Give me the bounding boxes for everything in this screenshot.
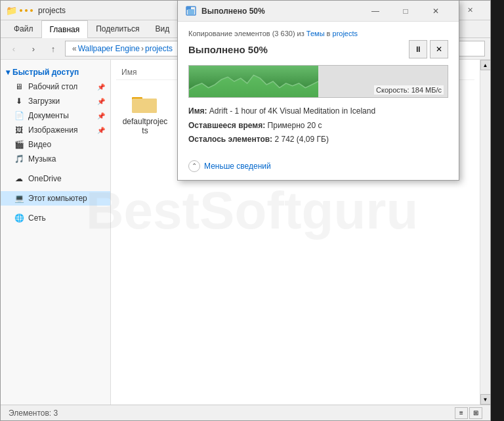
document-icon: 📄 xyxy=(14,110,24,121)
progress-fill xyxy=(189,66,318,97)
status-bar: Элементов: 3 ≡ ⊞ xyxy=(1,405,490,420)
toggle-icon: ⌃ xyxy=(188,160,200,172)
copy-dialog: Выполнено 50% — □ ✕ Копирование элементо… xyxy=(177,0,459,181)
network-icon: 🌐 xyxy=(14,213,24,223)
sidebar-item-network[interactable]: 🌐 Сеть xyxy=(1,211,110,225)
copy-subtitle: Копирование элементов (3 630) из Темы в … xyxy=(188,30,448,37)
cloud-icon: ☁ xyxy=(14,173,24,184)
computer-icon: 💻 xyxy=(14,193,24,204)
info-name-row: Имя: Adrift - 1 hour of 4K Visual Medita… xyxy=(188,104,448,119)
scroll-up-button[interactable]: ▲ xyxy=(480,60,491,70)
pin-icon: 📌 xyxy=(97,98,105,105)
subtitle-prefix: Копирование элементов (3 630) из xyxy=(188,30,306,37)
sidebar-item-label: Документы xyxy=(28,111,69,120)
info-time-row: Оставшееся время: Примерно 20 с xyxy=(188,119,448,133)
dialog-title: Выполнено 50% xyxy=(201,7,360,16)
details-view-button[interactable]: ≡ xyxy=(455,407,468,419)
subtitle-middle: в xyxy=(327,30,333,37)
progress-bar-container: Скорость: 184 МБ/с xyxy=(188,65,448,98)
sidebar-item-label: OneDrive xyxy=(28,174,62,183)
path-projects[interactable]: projects xyxy=(145,44,173,53)
name-label: Имя: xyxy=(188,106,207,116)
pin-icon: 📌 xyxy=(97,112,105,120)
sidebar-item-label: Этот компьютер xyxy=(28,194,87,203)
action-buttons: ⏸ ✕ xyxy=(409,40,448,58)
item-count: Элементов: 3 xyxy=(9,409,58,418)
dest-link[interactable]: projects xyxy=(333,30,358,37)
back-button[interactable]: ‹ xyxy=(6,41,22,56)
info-items-row: Осталось элементов: 2 742 (4,09 ГБ) xyxy=(188,133,448,147)
download-icon: ⬇ xyxy=(14,96,24,106)
sidebar-item-label: Рабочий стол xyxy=(28,82,77,91)
status-text: Выполнено 50% xyxy=(188,44,268,55)
quick-access-header[interactable]: ▾ Быстрый доступ xyxy=(1,65,110,79)
dialog-titlebar: Выполнено 50% — □ ✕ xyxy=(178,1,459,22)
window-folder-icon: 📁 xyxy=(6,5,17,16)
sidebar-item-video[interactable]: 🎬 Видео xyxy=(1,137,110,152)
toggle-label: Меньше сведений xyxy=(204,162,271,171)
source-link[interactable]: Темы xyxy=(306,30,325,37)
sidebar-item-label: Музыка xyxy=(28,154,56,164)
tab-home[interactable]: Главная xyxy=(41,20,89,38)
quick-access-label: Быстрый доступ xyxy=(12,68,79,77)
tab-view[interactable]: Вид xyxy=(147,20,177,37)
sidebar-item-onedrive[interactable]: ☁ OneDrive xyxy=(1,171,110,186)
dialog-main-status: Выполнено 50% ⏸ ✕ xyxy=(188,40,448,58)
dialog-title-icon xyxy=(186,6,196,16)
pause-button[interactable]: ⏸ xyxy=(409,40,427,58)
dialog-maximize-button[interactable]: □ xyxy=(390,1,421,22)
music-icon: 🎵 xyxy=(14,154,24,164)
video-icon: 🎬 xyxy=(14,139,24,150)
sidebar-item-images[interactable]: 🖼 Изображения 📌 xyxy=(1,123,110,137)
svg-rect-2 xyxy=(132,99,157,113)
image-icon: 🖼 xyxy=(14,125,24,135)
chevron-down-icon: ▾ xyxy=(6,68,10,77)
sidebar-item-label: Сеть xyxy=(28,213,46,223)
folder-name: defaultprojects xyxy=(121,117,169,135)
sidebar-item-label: Видео xyxy=(28,140,51,149)
svg-rect-11 xyxy=(188,9,194,14)
dialog-footer: ⌃ Меньше сведений xyxy=(178,155,459,180)
sidebar-item-label: Изображения xyxy=(28,125,77,135)
up-button[interactable]: ↑ xyxy=(45,41,61,56)
file-name-value: Adrift - 1 hour of 4K Visual Meditation … xyxy=(209,106,375,116)
path-wallpaper-engine[interactable]: Wallpaper Engine xyxy=(78,44,140,53)
sidebar-item-desktop[interactable]: 🖥 Рабочий стол 📌 xyxy=(1,79,110,94)
items-value: 2 742 (4,09 ГБ) xyxy=(274,135,328,144)
scrollbar[interactable]: ▲ ▼ xyxy=(480,60,490,405)
scroll-down-button[interactable]: ▼ xyxy=(480,394,491,405)
cancel-copy-button[interactable]: ✕ xyxy=(430,40,448,58)
dialog-info: Имя: Adrift - 1 hour of 4K Visual Medita… xyxy=(188,104,448,147)
sidebar-item-music[interactable]: 🎵 Музыка xyxy=(1,152,110,166)
dialog-minimize-button[interactable]: — xyxy=(360,1,390,22)
sidebar-item-label: Загрузки xyxy=(28,97,60,106)
name-column-label: Имя xyxy=(121,68,136,77)
title-bar-icons: 📁 xyxy=(6,5,33,16)
toggle-details-button[interactable]: ⌃ Меньше сведений xyxy=(188,160,271,172)
tab-share[interactable]: Поделиться xyxy=(88,20,147,37)
tiles-view-button[interactable]: ⊞ xyxy=(469,407,482,419)
folder-icon xyxy=(132,93,158,114)
sidebar: ▾ Быстрый доступ 🖥 Рабочий стол 📌 ⬇ Загр… xyxy=(1,60,111,405)
dialog-body: Копирование элементов (3 630) из Темы в … xyxy=(178,22,459,155)
dialog-controls: — □ ✕ xyxy=(360,1,451,22)
pin-icon: 📌 xyxy=(97,127,105,134)
forward-button[interactable]: › xyxy=(26,41,41,56)
desktop-icon: 🖥 xyxy=(14,81,24,92)
sidebar-item-downloads[interactable]: ⬇ Загрузки 📌 xyxy=(1,94,110,108)
speed-label: Скорость: 184 МБ/с xyxy=(374,85,444,95)
scroll-track xyxy=(481,70,490,394)
pin-icon: 📌 xyxy=(97,83,105,91)
dialog-close-button[interactable]: ✕ xyxy=(421,1,451,22)
sidebar-item-this-computer[interactable]: 💻 Этот компьютер xyxy=(1,191,110,206)
folder-defaultprojects[interactable]: defaultprojects xyxy=(119,88,171,141)
time-label: Оставшееся время: xyxy=(188,121,265,130)
tab-file[interactable]: Файл xyxy=(6,20,41,37)
items-label: Осталось элементов: xyxy=(188,135,272,144)
view-buttons: ≡ ⊞ xyxy=(455,407,482,419)
time-value: Примерно 20 с xyxy=(268,121,322,130)
sidebar-item-documents[interactable]: 📄 Документы 📌 xyxy=(1,108,110,123)
